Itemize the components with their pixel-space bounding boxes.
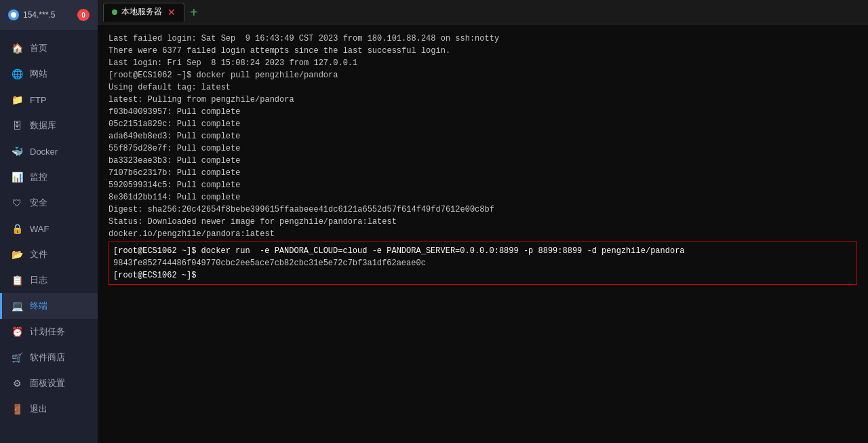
terminal-line-4: Using default tag: latest [108, 81, 857, 94]
svg-point-0 [11, 12, 16, 18]
terminal-line-2: Last login: Fri Sep 8 15:08:24 2023 from… [108, 57, 857, 69]
sidebar-item-files[interactable]: 📂 文件 [0, 242, 98, 267]
sidebar-item-cron[interactable]: ⏰ 计划任务 [0, 319, 98, 345]
sidebar-item-ftp[interactable]: 📁 FTP [0, 87, 98, 113]
appstore-icon: 🛒 [11, 351, 23, 364]
server-icon [8, 9, 19, 20]
hash-line: 9843fe852744486f049770cbc2ee5ace7cb82cbc… [113, 257, 852, 269]
terminal-line-8: ada649eb8ed3: Pull complete [108, 130, 857, 142]
sidebar-label-terminal: 终端 [30, 300, 47, 312]
sidebar-item-settings[interactable]: ⚙ 面板设置 [0, 370, 98, 396]
server-info: 154.***.5 [8, 9, 55, 20]
terminal-line-11: 7107b6c2317b: Pull complete [108, 167, 857, 179]
waf-icon: 🔒 [11, 223, 23, 235]
monitor-icon: 📊 [11, 171, 23, 183]
sidebar-item-home[interactable]: 🏠 首页 [0, 35, 98, 61]
main-content: 本地服务器 ✕ + Last failed login: Sat Sep 9 1… [98, 0, 868, 443]
sidebar-label-website: 网站 [30, 68, 47, 80]
sidebar-item-database[interactable]: 🗄 数据库 [0, 113, 98, 138]
server-ip: 154.***.5 [23, 10, 55, 20]
tab-status-dot [112, 9, 117, 15]
terminal-area[interactable]: Last failed login: Sat Sep 9 16:43:49 CS… [98, 24, 868, 443]
prompt-after: [root@ECS1062 ~]$ [113, 269, 852, 282]
sidebar-label-cron: 计划任务 [30, 326, 65, 338]
terminal-line-1: There were 6377 failed login attempts si… [108, 45, 857, 57]
terminal-line-14: Digest: sha256:20c42654f8bebe399615ffaab… [108, 204, 857, 216]
terminal-line-7: 05c2151a829c: Pull complete [108, 118, 857, 130]
terminal-line-9: 55f875d28e7f: Pull complete [108, 142, 857, 155]
sidebar-label-logs: 日志 [30, 274, 47, 286]
tab-label: 本地服务器 [121, 6, 162, 18]
sidebar-item-terminal[interactable]: 💻 终端 [0, 293, 98, 319]
security-icon: 🛡 [11, 197, 23, 209]
database-icon: 🗄 [11, 119, 23, 132]
tab-local-server[interactable]: 本地服务器 ✕ [103, 3, 184, 22]
home-icon: 🏠 [11, 42, 23, 54]
command-line: [root@ECS1062 ~]$ docker run -e PANDORA_… [113, 245, 852, 257]
settings-icon: ⚙ [11, 377, 23, 389]
sidebar-label-home: 首页 [30, 42, 47, 54]
files-icon: 📂 [11, 248, 23, 261]
website-icon: 🌐 [11, 68, 23, 80]
sidebar-item-appstore[interactable]: 🛒 软件商店 [0, 345, 98, 370]
sidebar-header: 154.***.5 0 [0, 0, 98, 30]
terminal-line-13: 8e361d2bb114: Pull complete [108, 191, 857, 204]
logs-icon: 📋 [11, 274, 23, 286]
terminal-line-3: [root@ECS1062 ~]$ docker pull pengzhile/… [108, 69, 857, 81]
terminal-line-5: latest: Pulling from pengzhile/pandora [108, 94, 857, 106]
ftp-icon: 📁 [11, 94, 23, 106]
sidebar-label-security: 安全 [30, 197, 47, 209]
sidebar-label-ftp: FTP [30, 95, 47, 105]
sidebar-label-logout: 退出 [30, 403, 47, 415]
sidebar-label-files: 文件 [30, 248, 47, 261]
sidebar-item-docker[interactable]: 🐳 Docker [0, 138, 98, 164]
sidebar-label-monitor: 监控 [30, 171, 47, 183]
sidebar-label-docker: Docker [30, 147, 58, 157]
terminal-icon: 💻 [11, 300, 23, 312]
sidebar-label-settings: 面板设置 [30, 377, 65, 389]
sidebar-item-monitor[interactable]: 📊 监控 [0, 164, 98, 190]
sidebar-item-security[interactable]: 🛡 安全 [0, 190, 98, 216]
command-block: [root@ECS1062 ~]$ docker run -e PANDORA_… [108, 242, 857, 285]
notification-badge: 0 [77, 9, 90, 21]
terminal-line-12: 5920599314c5: Pull complete [108, 179, 857, 191]
tab-add-button[interactable]: + [187, 5, 201, 19]
terminal-line-6: f03b40093957: Pull complete [108, 106, 857, 118]
sidebar: 154.***.5 0 🏠 首页 🌐 网站 📁 FTP 🗄 数据库 🐳 Dock… [0, 0, 98, 443]
sidebar-item-logout[interactable]: 🚪 退出 [0, 396, 98, 422]
tab-close-button[interactable]: ✕ [167, 7, 176, 17]
sidebar-item-waf[interactable]: 🔒 WAF [0, 216, 98, 242]
tab-bar: 本地服务器 ✕ + [98, 0, 868, 24]
sidebar-nav: 🏠 首页 🌐 网站 📁 FTP 🗄 数据库 🐳 Docker 📊 监控 🛡 安全 [0, 30, 98, 443]
sidebar-label-waf: WAF [30, 224, 49, 234]
sidebar-label-database: 数据库 [30, 119, 56, 132]
logout-icon: 🚪 [11, 403, 23, 415]
terminal-line-10: ba3323eae3b3: Pull complete [108, 155, 857, 167]
docker-icon: 🐳 [11, 145, 23, 157]
sidebar-item-website[interactable]: 🌐 网站 [0, 61, 98, 87]
terminal-line-0: Last failed login: Sat Sep 9 16:43:49 CS… [108, 33, 857, 45]
sidebar-label-appstore: 软件商店 [30, 351, 65, 364]
cron-icon: ⏰ [11, 326, 23, 338]
terminal-line-16: docker.io/pengzhile/pandora:latest [108, 228, 857, 240]
terminal-line-15: Status: Downloaded newer image for pengz… [108, 216, 857, 228]
sidebar-item-logs[interactable]: 📋 日志 [0, 267, 98, 293]
